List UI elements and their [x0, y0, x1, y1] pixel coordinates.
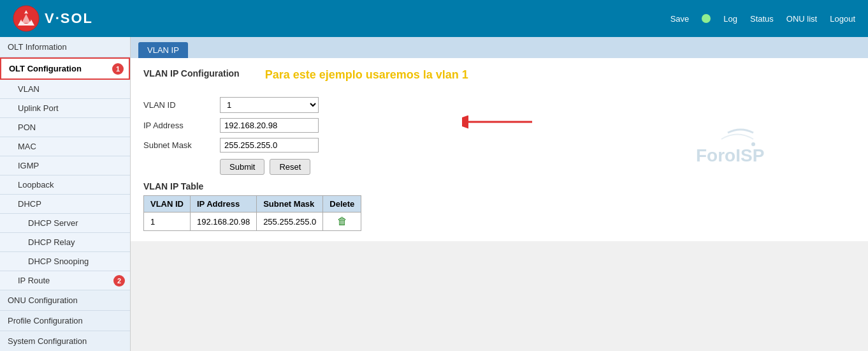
logo-area: V·SOL	[13, 5, 93, 32]
onu-list-link[interactable]: ONU list	[786, 14, 817, 24]
annotation-arrow	[462, 112, 539, 131]
sidebar-item-uplink-port[interactable]: Uplink Port	[0, 99, 130, 118]
content-area: VLAN IP Configuration Para este ejemplo …	[131, 58, 868, 241]
cell-ip-address: 192.168.20.98	[191, 213, 257, 231]
header: V·SOL Save Log Status ONU list Logout	[0, 0, 868, 37]
sidebar-item-loopback[interactable]: Loopback	[0, 176, 130, 195]
logout-link[interactable]: Logout	[830, 14, 855, 24]
sidebar-item-dhcp-snooping[interactable]: DHCP Snooping	[0, 252, 130, 271]
vlan-ip-table: VLAN ID IP Address Subnet Mask Delete 1 …	[143, 195, 361, 231]
col-ip-address: IP Address	[191, 196, 257, 213]
form-row-subnet-mask: Subnet Mask	[143, 138, 855, 153]
tab-bar: VLAN IP	[131, 37, 868, 58]
sidebar-item-dhcp[interactable]: DHCP	[0, 195, 130, 214]
vlan-id-select[interactable]: 1	[220, 97, 319, 113]
form-buttons: Submit Reset	[220, 159, 855, 175]
sidebar-item-olt-config[interactable]: OLT Configuration 1	[0, 57, 130, 80]
log-link[interactable]: Log	[723, 14, 737, 24]
table-title: VLAN IP Table	[143, 181, 855, 191]
col-subnet-mask: Subnet Mask	[257, 196, 323, 213]
status-indicator	[702, 14, 711, 23]
save-button[interactable]: Save	[670, 14, 690, 24]
vlan-id-label: VLAN ID	[143, 100, 220, 110]
badge-2: 2	[113, 275, 125, 287]
submit-button[interactable]: Submit	[220, 159, 264, 175]
sidebar-item-system-config[interactable]: System Configuration	[0, 331, 130, 351]
col-delete: Delete	[323, 196, 361, 213]
header-right: Save Log Status ONU list Logout	[670, 14, 855, 24]
annotation-text: Para este ejemplo usaremos la vlan 1	[265, 68, 468, 91]
sidebar: OLT Information OLT Configuration 1 VLAN…	[0, 37, 131, 351]
sidebar-item-igmp[interactable]: IGMP	[0, 156, 130, 176]
sidebar-item-mac[interactable]: MAC	[0, 137, 130, 156]
table-header-row: VLAN ID IP Address Subnet Mask Delete	[144, 196, 361, 213]
layout: OLT Information OLT Configuration 1 VLAN…	[0, 37, 868, 351]
delete-icon[interactable]: 🗑	[337, 216, 347, 227]
status-link[interactable]: Status	[750, 14, 774, 24]
sidebar-item-olt-info[interactable]: OLT Information	[0, 37, 130, 57]
logo-text: V·SOL	[45, 10, 93, 27]
sidebar-item-pon[interactable]: PON	[0, 118, 130, 137]
sidebar-item-ip-route[interactable]: IP Route 2	[0, 271, 130, 290]
badge-1: 1	[112, 63, 124, 75]
vsol-logo-icon	[13, 5, 40, 32]
sidebar-item-onu-config[interactable]: ONU Configuration	[0, 290, 130, 311]
col-vlan-id: VLAN ID	[144, 196, 191, 213]
table-row: 1 192.168.20.98 255.255.255.0 🗑	[144, 213, 361, 231]
sidebar-item-vlan[interactable]: VLAN	[0, 80, 130, 99]
main-content: VLAN IP VLAN IP Configuration Para este …	[131, 37, 868, 241]
section-title: VLAN IP Configuration	[143, 68, 240, 78]
reset-button[interactable]: Reset	[270, 159, 310, 175]
tab-vlan-ip[interactable]: VLAN IP	[138, 42, 188, 58]
cell-delete[interactable]: 🗑	[323, 213, 361, 231]
cell-subnet-mask: 255.255.255.0	[257, 213, 323, 231]
subnet-mask-label: Subnet Mask	[143, 140, 220, 150]
ip-address-input[interactable]	[220, 118, 319, 133]
sidebar-item-dhcp-relay[interactable]: DHCP Relay	[0, 233, 130, 252]
form-row-vlan-id: VLAN ID 1	[143, 97, 855, 113]
ip-address-label: IP Address	[143, 121, 220, 130]
sidebar-item-profile-config[interactable]: Profile Configuration	[0, 311, 130, 331]
sidebar-item-dhcp-server[interactable]: DHCP Server	[0, 214, 130, 233]
cell-vlan-id: 1	[144, 213, 191, 231]
subnet-mask-input[interactable]	[220, 138, 319, 153]
